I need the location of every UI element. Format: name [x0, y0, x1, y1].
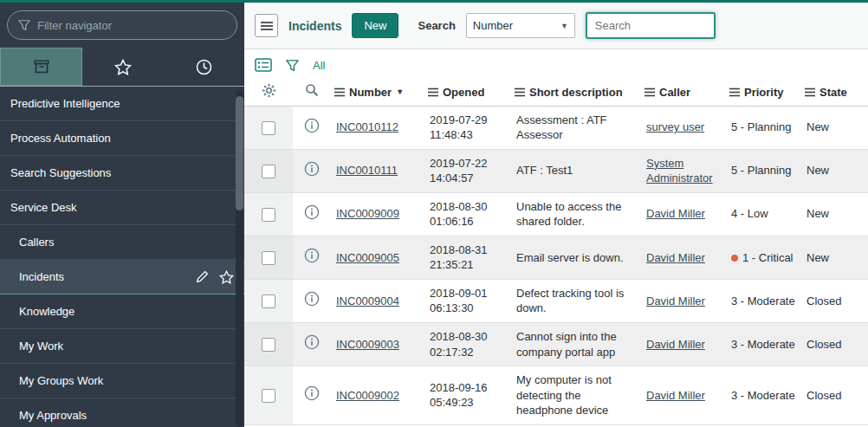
filter-funnel-icon[interactable]	[286, 59, 299, 72]
application-navigator-sidebar: Predictive IntelligenceProcess Automatio…	[0, 3, 244, 427]
caller-cell: survey user	[641, 106, 726, 149]
row-checkbox[interactable]	[262, 338, 275, 352]
history-clock-icon	[196, 59, 212, 75]
opened-cell: 2018-08-30 01:06:16	[424, 192, 511, 236]
incident-table-wrap: Number ▼ Opened	[244, 79, 868, 427]
search-icon[interactable]	[305, 83, 319, 97]
incident-number-link[interactable]: INC0009009	[336, 207, 399, 220]
sidebar-item-process-automation[interactable]: Process Automation	[0, 121, 244, 156]
list-context-menu-button[interactable]	[255, 14, 278, 37]
priority-cell: 4 - Low	[726, 192, 801, 236]
caller-link[interactable]: David Miller	[646, 338, 705, 351]
state-cell: Closed	[801, 279, 868, 322]
info-icon[interactable]	[304, 248, 320, 263]
priority-text: 3 - Moderate	[731, 389, 795, 402]
sidebar-item-knowledge[interactable]: Knowledge	[0, 294, 244, 329]
info-icon[interactable]	[304, 334, 320, 350]
tab-history[interactable]	[164, 48, 244, 86]
navigator-tabs	[0, 48, 244, 87]
short-description-cell: My computer is not detecting the headpho…	[511, 366, 641, 425]
info-icon[interactable]	[304, 161, 320, 177]
table-header-row: Number ▼ Opened	[244, 79, 868, 106]
incident-number-link[interactable]: INC0009004	[336, 294, 399, 307]
row-preview-cell	[293, 366, 331, 425]
sidebar-item-my-groups-work[interactable]: My Groups Work	[0, 364, 244, 398]
caller-link[interactable]: System Administrator	[646, 157, 713, 185]
filter-breadcrumb-all[interactable]: All	[313, 59, 325, 72]
sidebar-item-incidents[interactable]: Incidents	[0, 260, 244, 294]
info-icon[interactable]	[304, 385, 320, 401]
favorites-star-icon	[114, 59, 132, 75]
caller-link[interactable]: survey user	[646, 120, 704, 133]
column-header-caller[interactable]: Caller	[641, 79, 726, 106]
incident-number-link[interactable]: INC0009003	[336, 338, 399, 351]
column-label: Priority	[744, 86, 784, 99]
incident-row: INC00090022018-09-16 05:49:23My computer…	[244, 366, 868, 425]
tab-favorites[interactable]	[82, 48, 163, 86]
sidebar-item-label: My Groups Work	[19, 374, 103, 387]
row-checkbox[interactable]	[262, 121, 275, 135]
incident-number-link[interactable]: INC0010111	[336, 164, 398, 177]
column-header-state[interactable]: State	[801, 79, 868, 106]
column-menu-icon[interactable]	[334, 87, 345, 97]
row-checkbox[interactable]	[262, 294, 275, 308]
filter-navigator	[7, 10, 237, 40]
incident-number-link[interactable]: INC0009005	[336, 251, 399, 264]
sidebar-item-label: My Approvals	[19, 409, 87, 422]
column-header-short-description[interactable]: Short description	[511, 79, 641, 106]
caller-link[interactable]: David Miller	[646, 389, 705, 402]
gear-icon[interactable]	[262, 83, 276, 98]
filter-navigator-input[interactable]	[37, 19, 226, 32]
column-menu-icon[interactable]	[645, 87, 655, 97]
column-menu-icon[interactable]	[805, 87, 815, 97]
sidebar-item-my-work[interactable]: My Work	[0, 329, 244, 364]
opened-cell: 2018-08-31 21:35:21	[424, 236, 511, 279]
list-view-mode-icon[interactable]	[255, 58, 272, 72]
sidebar-item-callers[interactable]: Callers	[0, 225, 244, 260]
incident-number-link[interactable]: INC0010112	[336, 120, 398, 133]
list-header-bar: Incidents New Search Number ▼	[244, 3, 868, 49]
edit-module-pencil-icon[interactable]	[196, 270, 209, 283]
sidebar-item-search-suggestions[interactable]: Search Suggestions	[0, 156, 244, 191]
row-select-cell	[244, 106, 293, 149]
sidebar-item-my-approvals[interactable]: My Approvals	[0, 398, 244, 427]
incident-list-pane: Incidents New Search Number ▼ All	[244, 3, 868, 427]
search-field-select[interactable]: Number ▼	[466, 13, 575, 38]
caller-link[interactable]: David Miller	[646, 251, 705, 264]
info-icon[interactable]	[304, 204, 320, 220]
caller-cell: David Miller	[641, 192, 726, 236]
list-search-input[interactable]	[586, 12, 716, 39]
sidebar-item-service-desk[interactable]: Service Desk	[0, 191, 244, 225]
column-menu-icon[interactable]	[729, 87, 740, 97]
sidebar-scrollbar-thumb[interactable]	[236, 96, 243, 210]
row-checkbox[interactable]	[262, 389, 275, 403]
row-checkbox[interactable]	[262, 208, 275, 222]
incident-row: INC00101112019-07-22 14:04:57ATF : Test1…	[244, 149, 868, 192]
sort-desc-icon: ▼	[396, 87, 404, 96]
new-record-button[interactable]: New	[352, 13, 398, 38]
row-select-cell	[244, 366, 293, 425]
tab-all-applications[interactable]	[0, 48, 82, 86]
incident-row: INC00101122019-07-29 11:48:43Assessment …	[244, 106, 868, 149]
sidebar-item-predictive-intelligence[interactable]: Predictive Intelligence	[0, 87, 244, 121]
column-menu-icon[interactable]	[515, 87, 525, 97]
state-cell: Closed	[801, 366, 868, 425]
column-label: State	[819, 86, 847, 99]
column-header-number[interactable]: Number ▼	[331, 79, 424, 106]
favorite-star-icon[interactable]	[219, 270, 234, 284]
row-checkbox[interactable]	[262, 251, 275, 265]
column-menu-icon[interactable]	[428, 87, 438, 97]
sidebar-item-label: My Work	[19, 340, 63, 353]
info-icon[interactable]	[304, 291, 320, 307]
caller-cell: David Miller	[641, 279, 726, 322]
row-checkbox[interactable]	[262, 165, 275, 178]
caller-link[interactable]: David Miller	[646, 207, 705, 220]
incident-number-link[interactable]: INC0009002	[336, 389, 399, 402]
caller-link[interactable]: David Miller	[646, 294, 705, 307]
opened-cell: 2018-08-30 02:17:32	[424, 322, 511, 366]
row-preview-cell	[293, 149, 331, 192]
column-header-priority[interactable]: Priority	[726, 79, 801, 106]
column-header-opened[interactable]: Opened	[424, 79, 511, 106]
info-icon[interactable]	[304, 118, 320, 133]
sidebar-scrollbar[interactable]	[236, 89, 243, 427]
